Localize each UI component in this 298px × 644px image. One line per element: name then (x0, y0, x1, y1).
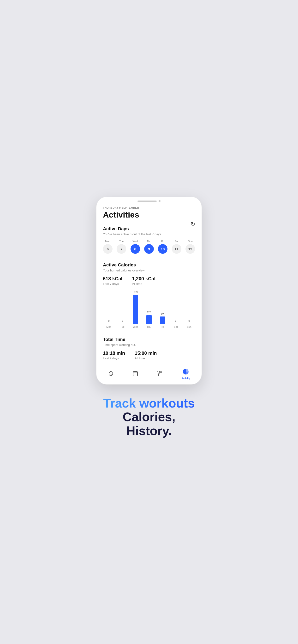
nav-item-calendar[interactable] (132, 371, 138, 378)
days-row: Mon 6 Tue 7 Wed 8 Thu 9 (103, 240, 195, 254)
bar-fri (160, 316, 165, 324)
day-item-fri: Fri 10 (158, 240, 168, 254)
day-name-sat: Sat (175, 240, 179, 243)
day-name-thu: Thu (147, 240, 152, 243)
bar-label-thu: 120 (147, 311, 151, 314)
nav-item-timer[interactable] (108, 371, 114, 378)
bar-col-wed: 399 (129, 291, 141, 324)
bar-label-fri: 99 (161, 312, 164, 315)
day-item-wed: Wed 8 (130, 240, 140, 254)
time-alltime-value: 15:00 min (135, 350, 157, 356)
active-days-title: Active Days (103, 226, 195, 232)
day-item-sun: Sun 12 (186, 240, 195, 254)
activity-icon (183, 368, 189, 376)
chart-label-mon: Mon (103, 325, 115, 328)
app-outer: Thursday 9 September Activities ↻ Active… (91, 187, 207, 457)
svg-rect-1 (133, 372, 137, 376)
day-item-tue: Tue 7 (117, 240, 126, 254)
phone-frame: Thursday 9 September Activities ↻ Active… (96, 197, 202, 384)
calories-last7-label: Last 7 days (103, 282, 122, 286)
time-stats-row: 10:18 min Last 7 days 15:00 min All time (103, 350, 195, 360)
calories-stats-row: 618 kCal Last 7 days 1,200 kCal All time (103, 276, 195, 286)
day-circle-sun: 12 (186, 244, 195, 254)
day-item-mon: Mon 6 (103, 240, 112, 254)
active-days-subtitle: You've been active 3 out of the last 7 d… (103, 232, 195, 236)
day-name-sun: Sun (188, 240, 193, 243)
day-circle-thu: 9 (144, 244, 154, 254)
status-bar (96, 197, 202, 204)
bar-thu (146, 315, 152, 324)
day-item-sat: Sat 11 (172, 240, 181, 254)
calories-alltime: 1,200 kCal All time (132, 276, 156, 286)
day-name-mon: Mon (105, 240, 110, 243)
main-content: Thursday 9 September Activities ↻ Active… (96, 204, 202, 360)
bar-col-sat: 0 (170, 320, 182, 324)
day-circle-sat: 11 (172, 244, 181, 254)
time-last7-label: Last 7 days (103, 356, 125, 360)
food-icon (157, 371, 163, 378)
day-name-tue: Tue (119, 240, 124, 243)
bar-wed (133, 295, 138, 324)
time-alltime-label: All time (135, 356, 157, 360)
status-pill (137, 200, 157, 202)
bar-col-tue: 0 (116, 320, 128, 324)
total-time-title: Total Time (103, 337, 195, 342)
calories-alltime-label: All time (132, 282, 156, 286)
day-name-fri: Fri (161, 240, 164, 243)
refresh-button[interactable]: ↻ (191, 221, 195, 227)
page-title: Activities (103, 210, 195, 220)
bar-col-mon: 0 (103, 320, 115, 324)
chart-label-tue: Tue (116, 325, 128, 328)
time-last7-value: 10:18 min (103, 350, 125, 356)
chart-label-sat: Sat (170, 325, 182, 328)
bar-label-wed: 399 (134, 291, 138, 294)
chart-label-sun: Sun (183, 325, 195, 328)
nav-item-food[interactable] (157, 371, 163, 378)
timer-icon (108, 371, 114, 378)
day-circle-tue: 7 (117, 244, 126, 254)
bar-label-mon: 0 (108, 320, 110, 322)
nav-item-activity[interactable]: Activity (181, 368, 190, 380)
calories-title: Active Calories (103, 262, 195, 268)
chart-bars: 0 0 399 (103, 290, 195, 324)
chart-labels: Mon Tue Wed Thu Fri Sat Sun (103, 325, 195, 328)
calories-chart: 0 0 399 (103, 290, 195, 328)
time-last7: 10:18 min Last 7 days (103, 350, 125, 360)
tagline-line2: Calories, History. (101, 410, 197, 438)
bar-label-sat: 0 (175, 320, 177, 322)
status-dot (159, 200, 161, 202)
activity-nav-label: Activity (181, 377, 190, 380)
bottom-nav: Activity (96, 365, 202, 384)
tagline-line1: Track workouts (101, 396, 197, 410)
tagline-section: Track workouts Calories, History. (96, 384, 202, 442)
time-alltime: 15:00 min All time (135, 350, 157, 360)
date-label: Thursday 9 September (103, 206, 195, 209)
day-circle-wed: 8 (130, 244, 140, 254)
active-days-section: Active Days You've been active 3 out of … (103, 226, 195, 254)
calories-alltime-value: 1,200 kCal (132, 276, 156, 282)
bar-label-sun: 0 (188, 320, 190, 322)
bar-col-fri: 99 (157, 312, 169, 324)
calories-last7-value: 618 kCal (103, 276, 122, 282)
total-time-subtitle: Time spent working out. (103, 343, 195, 347)
bar-label-tue: 0 (122, 320, 123, 322)
day-name-wed: Wed (132, 240, 138, 243)
calories-subtitle: Your burned calories overview. (103, 268, 195, 272)
bar-col-sun: 0 (183, 320, 195, 324)
calendar-icon (132, 371, 138, 378)
chart-label-wed: Wed (129, 325, 141, 328)
active-calories-section: Active Calories Your burned calories ove… (103, 262, 195, 328)
calories-last7: 618 kCal Last 7 days (103, 276, 122, 286)
day-circle-mon: 6 (103, 244, 112, 254)
day-item-thu: Thu 9 (144, 240, 154, 254)
bar-col-thu: 120 (143, 311, 155, 324)
day-circle-fri: 10 (158, 244, 168, 254)
chart-label-thu: Thu (143, 325, 155, 328)
total-time-section: Total Time Time spent working out. 10:18… (103, 337, 195, 360)
chart-label-fri: Fri (157, 325, 169, 328)
